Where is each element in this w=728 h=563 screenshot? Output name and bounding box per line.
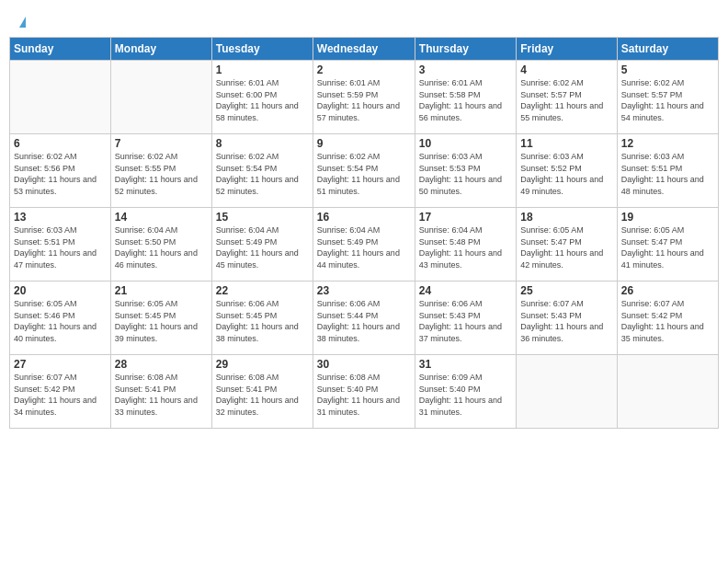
day-info: Sunrise: 6:07 AM Sunset: 5:43 PM Dayligh… [520,298,612,344]
day-info: Sunrise: 6:04 AM Sunset: 5:49 PM Dayligh… [216,224,309,270]
weekday-header: Tuesday [211,38,313,61]
day-number: 5 [621,63,714,76]
day-number: 31 [419,358,512,371]
day-number: 14 [115,211,208,224]
calendar-cell: 31Sunrise: 6:09 AM Sunset: 5:40 PM Dayli… [415,355,516,429]
day-number: 22 [216,284,309,297]
day-number: 26 [621,284,714,297]
calendar-cell: 28Sunrise: 6:08 AM Sunset: 5:41 PM Dayli… [110,355,211,429]
day-number: 6 [14,137,107,150]
day-info: Sunrise: 6:02 AM Sunset: 5:57 PM Dayligh… [520,77,612,123]
day-number: 12 [621,137,714,150]
day-info: Sunrise: 6:03 AM Sunset: 5:52 PM Dayligh… [520,151,612,197]
calendar-cell: 22Sunrise: 6:06 AM Sunset: 5:45 PM Dayli… [211,282,313,355]
calendar-cell [517,355,617,429]
day-number: 1 [216,63,309,76]
day-number: 30 [317,358,411,371]
day-info: Sunrise: 6:08 AM Sunset: 5:41 PM Dayligh… [115,372,208,418]
calendar-cell: 21Sunrise: 6:05 AM Sunset: 5:45 PM Dayli… [110,282,211,355]
calendar-cell [10,61,111,134]
calendar-cell: 7Sunrise: 6:02 AM Sunset: 5:55 PM Daylig… [110,134,211,208]
calendar-cell: 13Sunrise: 6:03 AM Sunset: 5:51 PM Dayli… [10,208,111,282]
calendar-cell: 6Sunrise: 6:02 AM Sunset: 5:56 PM Daylig… [10,134,111,208]
calendar-cell: 25Sunrise: 6:07 AM Sunset: 5:43 PM Dayli… [517,282,617,355]
calendar-cell: 23Sunrise: 6:06 AM Sunset: 5:44 PM Dayli… [313,282,415,355]
day-number: 2 [317,63,411,76]
day-info: Sunrise: 6:09 AM Sunset: 5:40 PM Dayligh… [419,372,512,418]
day-info: Sunrise: 6:05 AM Sunset: 5:47 PM Dayligh… [621,224,714,270]
day-info: Sunrise: 6:02 AM Sunset: 5:56 PM Dayligh… [14,151,107,197]
day-number: 10 [419,137,512,150]
day-number: 24 [419,284,512,297]
day-number: 21 [115,284,208,297]
calendar-cell: 11Sunrise: 6:03 AM Sunset: 5:52 PM Dayli… [517,134,617,208]
day-number: 11 [520,137,612,150]
calendar-cell: 5Sunrise: 6:02 AM Sunset: 5:57 PM Daylig… [617,61,718,134]
day-info: Sunrise: 6:03 AM Sunset: 5:53 PM Dayligh… [419,151,512,197]
day-info: Sunrise: 6:01 AM Sunset: 5:58 PM Dayligh… [419,77,512,123]
day-info: Sunrise: 6:02 AM Sunset: 5:54 PM Dayligh… [317,151,411,197]
day-info: Sunrise: 6:07 AM Sunset: 5:42 PM Dayligh… [14,372,107,418]
calendar-cell: 14Sunrise: 6:04 AM Sunset: 5:50 PM Dayli… [110,208,211,282]
day-info: Sunrise: 6:05 AM Sunset: 5:47 PM Dayligh… [520,224,612,270]
day-number: 13 [14,211,107,224]
calendar-cell: 19Sunrise: 6:05 AM Sunset: 5:47 PM Dayli… [617,208,718,282]
day-number: 29 [216,358,309,371]
day-info: Sunrise: 6:02 AM Sunset: 5:55 PM Dayligh… [115,151,208,197]
day-number: 20 [14,284,107,297]
calendar-cell: 30Sunrise: 6:08 AM Sunset: 5:40 PM Dayli… [313,355,415,429]
day-number: 15 [216,211,309,224]
weekday-header: Sunday [10,38,111,61]
day-number: 4 [520,63,612,76]
day-number: 3 [419,63,512,76]
day-number: 9 [317,137,411,150]
calendar-cell: 12Sunrise: 6:03 AM Sunset: 5:51 PM Dayli… [617,134,718,208]
day-info: Sunrise: 6:01 AM Sunset: 6:00 PM Dayligh… [216,77,309,123]
calendar-cell: 16Sunrise: 6:04 AM Sunset: 5:49 PM Dayli… [313,208,415,282]
day-info: Sunrise: 6:07 AM Sunset: 5:42 PM Dayligh… [621,298,714,344]
calendar-cell: 1Sunrise: 6:01 AM Sunset: 6:00 PM Daylig… [211,61,313,134]
calendar-header-row: SundayMondayTuesdayWednesdayThursdayFrid… [10,38,719,61]
day-info: Sunrise: 6:03 AM Sunset: 5:51 PM Dayligh… [14,224,107,270]
logo [18,17,26,28]
day-number: 27 [14,358,107,371]
day-info: Sunrise: 6:06 AM Sunset: 5:45 PM Dayligh… [216,298,309,344]
calendar-cell: 2Sunrise: 6:01 AM Sunset: 5:59 PM Daylig… [313,61,415,134]
day-number: 8 [216,137,309,150]
day-info: Sunrise: 6:01 AM Sunset: 5:59 PM Dayligh… [317,77,411,123]
day-number: 18 [520,211,612,224]
day-number: 16 [317,211,411,224]
calendar-cell: 27Sunrise: 6:07 AM Sunset: 5:42 PM Dayli… [10,355,111,429]
day-info: Sunrise: 6:02 AM Sunset: 5:54 PM Dayligh… [216,151,309,197]
calendar-week-row: 20Sunrise: 6:05 AM Sunset: 5:46 PM Dayli… [10,282,719,355]
day-info: Sunrise: 6:04 AM Sunset: 5:48 PM Dayligh… [419,224,512,270]
calendar-cell: 3Sunrise: 6:01 AM Sunset: 5:58 PM Daylig… [415,61,516,134]
day-number: 23 [317,284,411,297]
calendar-cell: 15Sunrise: 6:04 AM Sunset: 5:49 PM Dayli… [211,208,313,282]
day-info: Sunrise: 6:05 AM Sunset: 5:45 PM Dayligh… [115,298,208,344]
calendar-cell: 4Sunrise: 6:02 AM Sunset: 5:57 PM Daylig… [517,61,617,134]
day-number: 28 [115,358,208,371]
day-info: Sunrise: 6:04 AM Sunset: 5:49 PM Dayligh… [317,224,411,270]
day-info: Sunrise: 6:06 AM Sunset: 5:44 PM Dayligh… [317,298,411,344]
calendar-cell: 18Sunrise: 6:05 AM Sunset: 5:47 PM Dayli… [517,208,617,282]
day-number: 25 [520,284,612,297]
day-number: 7 [115,137,208,150]
calendar-cell: 24Sunrise: 6:06 AM Sunset: 5:43 PM Dayli… [415,282,516,355]
day-info: Sunrise: 6:03 AM Sunset: 5:51 PM Dayligh… [621,151,714,197]
calendar-cell [110,61,211,134]
weekday-header: Monday [110,38,211,61]
calendar-cell: 8Sunrise: 6:02 AM Sunset: 5:54 PM Daylig… [211,134,313,208]
day-number: 17 [419,211,512,224]
weekday-header: Saturday [617,38,718,61]
calendar-cell: 29Sunrise: 6:08 AM Sunset: 5:41 PM Dayli… [211,355,313,429]
day-info: Sunrise: 6:06 AM Sunset: 5:43 PM Dayligh… [419,298,512,344]
weekday-header: Thursday [415,38,516,61]
day-info: Sunrise: 6:02 AM Sunset: 5:57 PM Dayligh… [621,77,714,123]
day-info: Sunrise: 6:08 AM Sunset: 5:41 PM Dayligh… [216,372,309,418]
weekday-header: Wednesday [313,38,415,61]
calendar-week-row: 6Sunrise: 6:02 AM Sunset: 5:56 PM Daylig… [10,134,719,208]
calendar-table: SundayMondayTuesdayWednesdayThursdayFrid… [9,37,719,429]
day-info: Sunrise: 6:04 AM Sunset: 5:50 PM Dayligh… [115,224,208,270]
calendar-cell: 10Sunrise: 6:03 AM Sunset: 5:53 PM Dayli… [415,134,516,208]
